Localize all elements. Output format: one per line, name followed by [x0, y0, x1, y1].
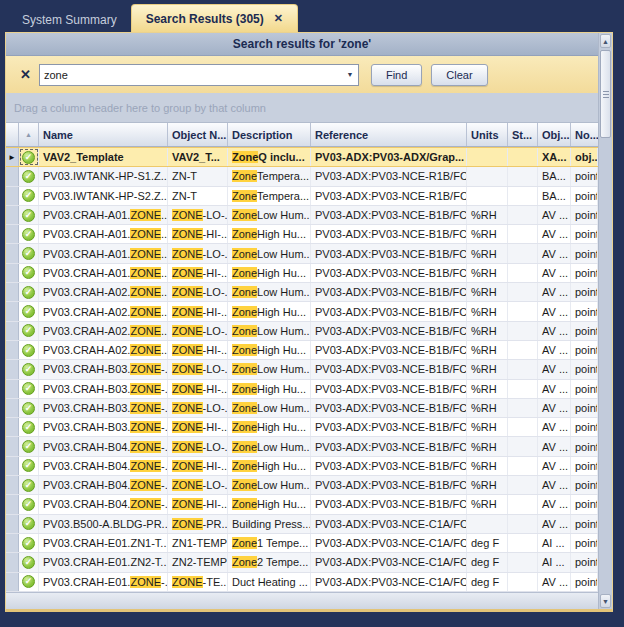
row-status-cell: ✓ — [19, 418, 39, 436]
table-row[interactable]: ✓ PV03.CRAH-B03.ZONE-... ZONE-HI-... Zon… — [6, 380, 598, 399]
status-ok-icon: ✓ — [22, 421, 35, 434]
table-row[interactable]: ✓ PV03.IWTANK-HP-S1.Z... ZN-T Zone Tempe… — [6, 167, 598, 186]
cell-name: PV03.CRAH-E01.ZN1-T... — [39, 534, 168, 552]
table-row[interactable]: ✓ PV03.CRAH-A02.ZONE... ZONE-HI-... Zone… — [6, 341, 598, 360]
row-status-cell: ✓ — [19, 476, 39, 494]
cell-name: PV03.CRAH-B04.ZONE-... — [39, 476, 168, 494]
table-row[interactable]: ✓ PV03.CRAH-B04.ZONE-... ZONE-HI-... Zon… — [6, 495, 598, 514]
cell-description: Zone 1 Tempe... — [228, 534, 311, 552]
row-marker — [6, 495, 19, 513]
column-header-status[interactable]: St... — [508, 123, 538, 146]
table-row[interactable]: ✓ PV03.CRAH-B03.ZONE-... ZONE-LO-... Zon… — [6, 360, 598, 379]
search-combobox[interactable]: ▼ — [39, 64, 359, 86]
tab-close-icon[interactable]: ✕ — [274, 13, 283, 24]
horizontal-scrollbar[interactable] — [6, 592, 598, 609]
clear-button[interactable]: Clear — [431, 64, 487, 86]
cell-object-name: ZONE-HI-... — [168, 380, 228, 398]
results-grid: ▲ Name Object N... Description Reference… — [6, 123, 598, 592]
table-row[interactable]: ✓ PV03.CRAH-E01.ZN1-T... ZN1-TEMP Zone 1… — [6, 534, 598, 553]
cell-description: Zone 2 Tempe... — [228, 553, 311, 571]
sort-ascending-icon: ▲ — [25, 131, 32, 138]
column-header-status-icon[interactable]: ▲ — [19, 123, 39, 146]
row-marker — [6, 360, 19, 378]
cell-object-type: AV ... — [538, 418, 571, 436]
vertical-scrollbar-thumb[interactable] — [600, 50, 611, 138]
row-marker — [6, 418, 19, 436]
column-header-notes[interactable]: No... — [571, 123, 598, 146]
cell-reference: PV03-ADX:PV03-NCE-C1A/FCB.... — [311, 553, 467, 571]
column-header-description[interactable]: Description — [228, 123, 311, 146]
table-row[interactable]: ✓ PV03.CRAH-A02.ZONE... ZONE-LO-... Zone… — [6, 283, 598, 302]
vertical-scrollbar-track[interactable] — [599, 139, 612, 593]
find-button[interactable]: Find — [371, 64, 422, 86]
table-row[interactable]: ✓ PV03.CRAH-B04.ZONE-... ZONE-HI-... Zon… — [6, 457, 598, 476]
row-status-cell: ✓ — [19, 187, 39, 205]
row-status-cell: ✓ — [19, 534, 39, 552]
table-row[interactable]: ✓ PV03.CRAH-E01.ZN2-T... ZN2-TEMP Zone 2… — [6, 553, 598, 572]
scroll-up-icon[interactable]: ▲ — [600, 34, 611, 48]
table-row[interactable]: ✓ PV03.CRAH-A02.ZONE... ZONE-LO-... Zone… — [6, 322, 598, 341]
cell-name: PV03.CRAH-B03.ZONE-... — [39, 418, 168, 436]
row-marker — [6, 206, 19, 224]
column-header-object-type[interactable]: Obj... — [538, 123, 571, 146]
cell-notes: point — [571, 515, 598, 533]
cell-object-type: AI ... — [538, 553, 571, 571]
table-row[interactable]: ✓ PV03.CRAH-B04.ZONE-... ZONE-LO-... Zon… — [6, 437, 598, 456]
combo-dropdown-icon[interactable]: ▼ — [342, 71, 358, 78]
cell-object-type: AV ... — [538, 264, 571, 282]
cell-name: PV03.B500-A.BLDG-PR... — [39, 515, 168, 533]
table-row[interactable]: ✓ PV03.CRAH-A01.ZONE... ZONE-LO-... Zone… — [6, 206, 598, 225]
column-header-object-name[interactable]: Object N... — [168, 123, 228, 146]
cell-description: Zone Tempera... — [228, 187, 311, 205]
row-status-cell: ✓ — [19, 264, 39, 282]
cell-notes: point — [571, 534, 598, 552]
table-row[interactable]: ✓ PV03.CRAH-B03.ZONE-... ZONE-HI-... Zon… — [6, 418, 598, 437]
cell-notes: point — [571, 322, 598, 340]
tab-system-summary[interactable]: System Summary — [8, 7, 131, 32]
row-marker — [6, 322, 19, 340]
scroll-down-icon[interactable]: ▼ — [600, 594, 611, 608]
column-header-name[interactable]: Name — [39, 123, 168, 146]
search-bar: ✕ ▼ Find Clear — [6, 56, 598, 93]
row-status-cell: ✓ — [19, 341, 39, 359]
table-row[interactable]: ✓ PV03.CRAH-A02.ZONE... ZONE-HI-... Zone… — [6, 302, 598, 321]
cell-description: Zone High Hu... — [228, 418, 311, 436]
table-row[interactable]: ✓ PV03.CRAH-A01.ZONE... ZONE-HI-... Zone… — [6, 225, 598, 244]
row-marker — [6, 380, 19, 398]
table-row[interactable]: ✓ PV03.CRAH-B03.ZONE-... ZONE-LO-... Zon… — [6, 399, 598, 418]
cell-notes: point — [571, 553, 598, 571]
table-row[interactable]: ✓ PV03.IWTANK-HP-S2.Z... ZN-T Zone Tempe… — [6, 187, 598, 206]
search-clear-icon[interactable]: ✕ — [20, 68, 31, 81]
cell-description: Zone Low Hum... — [228, 360, 311, 378]
cell-description: Duct Heating ... — [228, 573, 311, 591]
tab-search-results-label: Search Results (305) — [146, 12, 264, 26]
table-row[interactable]: ✓ PV03.CRAH-B04.ZONE-... ZONE-LO-... Zon… — [6, 476, 598, 495]
cell-notes: point — [571, 495, 598, 513]
table-row[interactable]: ✓ PV03.B500-A.BLDG-PR... ZONE-PR... Buil… — [6, 515, 598, 534]
cell-object-type: AV ... — [538, 495, 571, 513]
vertical-scrollbar[interactable]: ▲ ▼ — [598, 33, 612, 609]
cell-units: %RH — [467, 225, 508, 243]
row-marker — [6, 399, 19, 417]
cell-status — [508, 283, 538, 301]
cell-description: Zone High Hu... — [228, 380, 311, 398]
row-marker — [6, 187, 19, 205]
column-header-reference[interactable]: Reference — [311, 123, 467, 146]
tab-search-results[interactable]: Search Results (305) ✕ — [131, 4, 298, 32]
cell-notes: point — [571, 167, 598, 185]
cell-units — [467, 148, 508, 166]
cell-object-type: AV ... — [538, 573, 571, 591]
cell-name: PV03.IWTANK-HP-S2.Z... — [39, 187, 168, 205]
table-row[interactable]: ► ✓ VAV2_Template VAV2_T... Zone Q inclu… — [6, 147, 598, 167]
table-row[interactable]: ✓ PV03.CRAH-A01.ZONE... ZONE-LO-... Zone… — [6, 244, 598, 263]
table-row[interactable]: ✓ PV03.CRAH-E01.ZONE-... ZONE-TE... Duct… — [6, 573, 598, 592]
column-header-units[interactable]: Units — [467, 123, 508, 146]
cell-name: PV03.CRAH-A02.ZONE... — [39, 322, 168, 340]
search-input[interactable] — [40, 69, 342, 81]
cell-status — [508, 534, 538, 552]
cell-status — [508, 167, 538, 185]
cell-object-name: ZONE-TE... — [168, 573, 228, 591]
table-row[interactable]: ✓ PV03.CRAH-A01.ZONE... ZONE-HI-... Zone… — [6, 264, 598, 283]
cell-notes: point — [571, 457, 598, 475]
cell-object-type: BA... — [538, 187, 571, 205]
